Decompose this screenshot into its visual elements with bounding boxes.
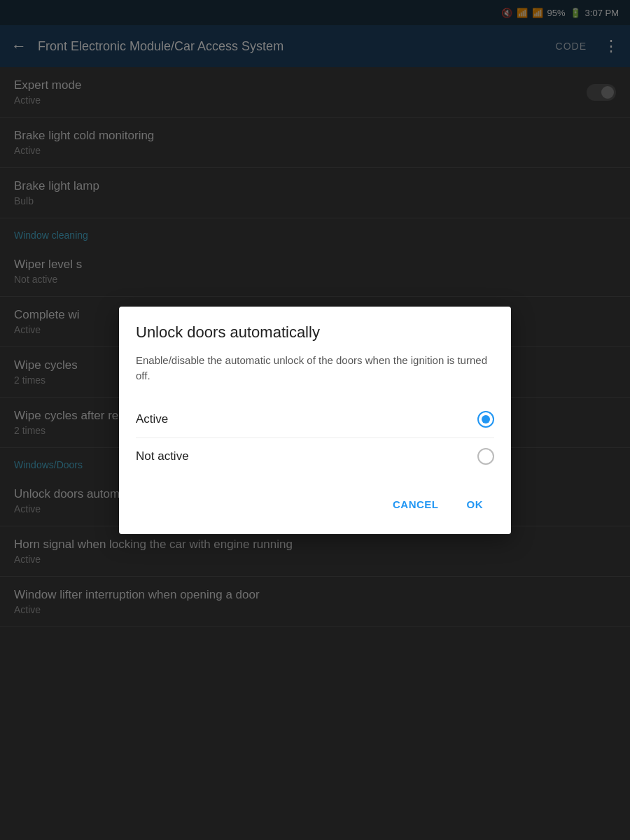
radio-not-active-circle[interactable] — [477, 448, 494, 465]
radio-active-label: Active — [136, 412, 168, 426]
ok-button[interactable]: OK — [456, 491, 495, 517]
dialog-title: Unlock doors automatically — [136, 323, 494, 342]
radio-not-active-option[interactable]: Not active — [136, 438, 494, 475]
radio-active-circle[interactable] — [477, 411, 494, 428]
radio-active-option[interactable]: Active — [136, 401, 494, 438]
dialog-actions: CANCEL OK — [136, 486, 494, 517]
cancel-button[interactable]: CANCEL — [382, 491, 450, 517]
dialog-description: Enable/disable the automatic unlock of t… — [136, 353, 494, 384]
dialog: Unlock doors automatically Enable/disabl… — [119, 307, 511, 534]
radio-not-active-label: Not active — [136, 449, 189, 463]
dialog-overlay: Unlock doors automatically Enable/disabl… — [0, 0, 630, 840]
dialog-options: Active Not active — [136, 401, 494, 475]
